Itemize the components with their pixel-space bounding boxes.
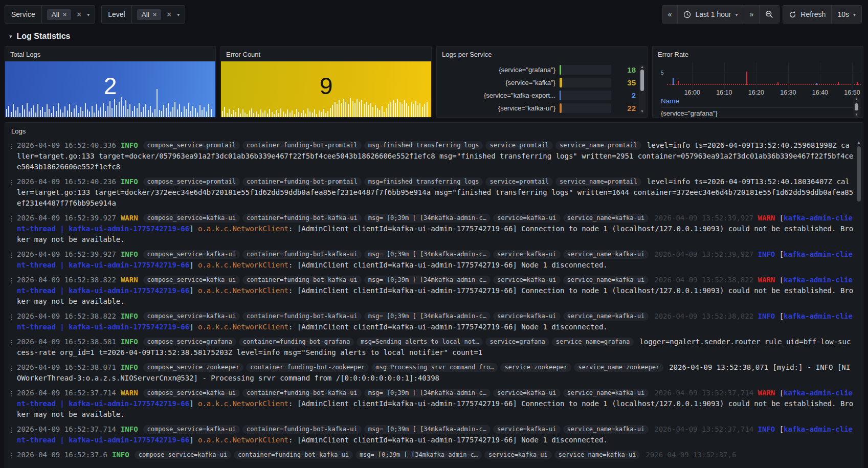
- row-menu-icon[interactable]: ⋮: [8, 213, 17, 245]
- time-shift-back-button[interactable]: «: [662, 6, 678, 23]
- row-menu-icon[interactable]: ⋮: [8, 140, 17, 172]
- scroll-down-icon[interactable]: ▼: [855, 112, 858, 117]
- log-label-chip[interactable]: container=funding-bot-promtail: [242, 177, 362, 186]
- log-label-chip[interactable]: service=kafka-ui: [484, 451, 552, 459]
- log-label-chip[interactable]: compose_service=promtail: [143, 177, 240, 186]
- log-label-chip[interactable]: service_name=kafka-ui: [563, 312, 649, 321]
- gauge-label[interactable]: {service="grafana"}: [441, 66, 555, 74]
- log-label-chip[interactable]: compose_service=zookeeper: [143, 363, 244, 372]
- row-menu-icon[interactable]: ⋮: [8, 249, 17, 271]
- scroll-up-icon[interactable]: ▲: [640, 64, 644, 70]
- log-label-chip[interactable]: msg= [0;39m [ [34mkafka-admin-c…: [364, 425, 491, 434]
- refresh-interval-dropdown[interactable]: 10s ▾: [832, 6, 861, 23]
- log-label-chip[interactable]: service_name=kafka-ui: [563, 250, 649, 259]
- log-label-chip[interactable]: msg=finished transferring logs: [364, 177, 483, 186]
- log-label-chip[interactable]: msg= [0;39m [ [34mkafka-admin-c…: [355, 451, 482, 459]
- scroll-up-icon[interactable]: ▲: [855, 97, 858, 101]
- log-label-chip[interactable]: service=kafka-ui: [493, 250, 561, 259]
- log-label-chip[interactable]: service_name=grafana: [552, 338, 634, 346]
- row-menu-icon[interactable]: ⋮: [8, 311, 17, 332]
- chevron-down-icon[interactable]: ▾: [177, 12, 180, 17]
- log-label-chip[interactable]: msg=Processing srvr command fro…: [371, 363, 498, 372]
- log-label-chip[interactable]: service_name=kafka-ui: [554, 451, 640, 459]
- time-shift-forward-button[interactable]: »: [744, 6, 760, 23]
- log-label-chip[interactable]: container=funding-bot-grafana: [239, 338, 354, 346]
- log-label-chip[interactable]: container=funding-bot-promtail: [242, 141, 362, 150]
- log-label-chip[interactable]: compose_service=kafka-ui: [143, 214, 240, 222]
- log-label-chip[interactable]: msg=Sending alerts to local not…: [357, 338, 483, 346]
- log-label-chip[interactable]: container=funding-bot-kafka-ui: [242, 250, 362, 259]
- log-label-chip[interactable]: service=kafka-ui: [493, 389, 561, 397]
- log-label-chip[interactable]: msg= [0;39m [ [34mkafka-admin-c…: [364, 276, 491, 284]
- row-menu-icon[interactable]: ⋮: [8, 337, 17, 358]
- panel-title[interactable]: Error Count: [221, 47, 431, 61]
- log-label-chip[interactable]: msg= [0;39m [ [34mkafka-admin-c…: [364, 389, 491, 397]
- scroll-up-icon[interactable]: ▲: [857, 140, 861, 145]
- log-label-chip[interactable]: compose_service=kafka-ui: [143, 389, 240, 397]
- log-label-chip[interactable]: compose_service=kafka-ui: [143, 250, 240, 259]
- log-label-chip[interactable]: container=funding-bot-kafka-ui: [242, 276, 362, 284]
- log-label-chip[interactable]: compose_service=kafka-ui: [143, 276, 240, 284]
- log-label-chip[interactable]: service=promtail: [485, 177, 553, 186]
- log-label-chip[interactable]: service_name=zookeeper: [574, 363, 663, 372]
- row-log-statistics[interactable]: ▾ Log Statistics: [0, 24, 868, 46]
- remove-chip-icon[interactable]: ×: [153, 11, 157, 18]
- panel-title[interactable]: Total Logs: [5, 47, 215, 61]
- legend-name-header[interactable]: Name: [661, 97, 679, 105]
- gauge-label[interactable]: {service="kafka-ui"}: [441, 104, 555, 112]
- log-label-chip[interactable]: container=funding-bot-kafka-ui: [242, 425, 362, 434]
- log-label-chip[interactable]: service=kafka-ui: [493, 312, 561, 321]
- log-label-chip[interactable]: service_name=kafka-ui: [563, 389, 649, 397]
- log-label-chip[interactable]: compose_service=kafka-ui: [135, 451, 231, 459]
- panel-title[interactable]: Logs: [5, 123, 863, 136]
- remove-chip-icon[interactable]: ×: [63, 11, 67, 18]
- log-label-chip[interactable]: service=grafana: [485, 338, 549, 346]
- service-filter-chip[interactable]: All×: [47, 9, 72, 20]
- log-label-chip[interactable]: container=funding-bot-kafka-ui: [242, 312, 362, 321]
- log-label-chip[interactable]: service=promtail: [485, 141, 553, 150]
- log-label-chip[interactable]: service_name=kafka-ui: [563, 425, 649, 434]
- panel-title[interactable]: Logs per Service: [437, 47, 647, 61]
- scrollbar-thumb[interactable]: [640, 70, 644, 91]
- log-label-chip[interactable]: service_name=promtail: [555, 177, 641, 186]
- refresh-button[interactable]: Refresh: [783, 6, 832, 23]
- scrollbar-thumb[interactable]: [855, 103, 858, 110]
- log-label-chip[interactable]: service_name=kafka-ui: [563, 276, 649, 284]
- scrollbar[interactable]: ▲: [856, 140, 861, 468]
- level-filter-chip[interactable]: All×: [137, 9, 162, 20]
- log-label-chip[interactable]: container=funding-bot-kafka-ui: [234, 451, 353, 459]
- log-label-chip[interactable]: service=kafka-ui: [493, 276, 561, 284]
- row-menu-icon[interactable]: ⋮: [8, 362, 17, 384]
- scrollbar[interactable]: ▲ ▼: [639, 64, 646, 114]
- gauge-label[interactable]: {service="kafka-export...: [441, 92, 555, 99]
- log-label-chip[interactable]: service=kafka-ui: [493, 425, 561, 434]
- row-menu-icon[interactable]: ⋮: [8, 450, 17, 461]
- gauge-label[interactable]: {service="kafka"}: [441, 79, 555, 86]
- log-label-chip[interactable]: msg= [0;39m [ [34mkafka-admin-c…: [364, 214, 491, 222]
- panel-title[interactable]: Error Rate: [653, 47, 863, 61]
- log-label-chip[interactable]: service=kafka-ui: [493, 214, 561, 222]
- log-label-chip[interactable]: container=funding-bot-kafka-ui: [242, 389, 362, 397]
- row-menu-icon[interactable]: ⋮: [8, 275, 17, 307]
- log-label-chip[interactable]: service_name=promtail: [555, 141, 641, 150]
- log-label-chip[interactable]: compose_service=promtail: [143, 141, 240, 150]
- log-label-chip[interactable]: service=zookeeper: [500, 363, 571, 372]
- log-label-chip[interactable]: container=funding-bot-kafka-ui: [242, 214, 362, 222]
- log-label-chip[interactable]: msg=finished transferring logs: [364, 141, 483, 150]
- zoom-out-button[interactable]: [760, 6, 779, 23]
- row-menu-icon[interactable]: ⋮: [8, 424, 17, 445]
- clear-filter-icon[interactable]: ✕: [76, 11, 82, 18]
- log-label-chip[interactable]: msg= [0;39m [ [34mkafka-admin-c…: [364, 312, 491, 321]
- row-menu-icon[interactable]: ⋮: [8, 176, 17, 209]
- scroll-down-icon[interactable]: ▼: [640, 109, 644, 114]
- log-label-chip[interactable]: compose_service=kafka-ui: [143, 312, 240, 321]
- legend-row[interactable]: {service="grafana"}: [661, 109, 861, 117]
- clear-filter-icon[interactable]: ✕: [166, 11, 172, 18]
- scrollbar[interactable]: ▲ ▼: [853, 96, 860, 117]
- log-label-chip[interactable]: compose_service=grafana: [143, 338, 236, 346]
- time-range-picker[interactable]: Last 1 hour ▾: [678, 6, 744, 23]
- row-menu-icon[interactable]: ⋮: [8, 388, 17, 420]
- scrollbar-thumb[interactable]: [857, 146, 861, 202]
- log-label-chip[interactable]: msg= [0;39m [ [34mkafka-admin-c…: [364, 250, 491, 259]
- log-label-chip[interactable]: service_name=kafka-ui: [563, 214, 649, 222]
